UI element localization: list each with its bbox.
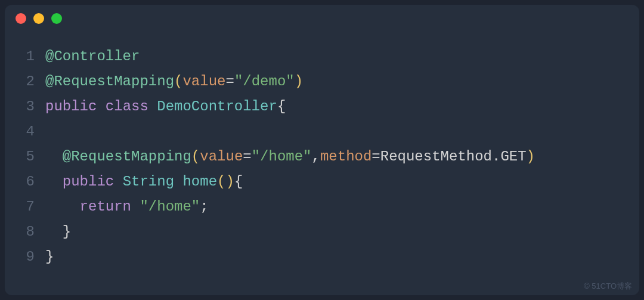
line-number: 8 xyxy=(11,219,35,245)
comma-token: , xyxy=(312,144,320,169)
code-line: 6 public String home(){ xyxy=(11,169,621,194)
dot-token: . xyxy=(492,144,500,169)
operator-token: = xyxy=(225,69,234,94)
annotation-token: @RequestMapping xyxy=(63,144,191,169)
code-line: 1@Controller xyxy=(11,44,621,69)
line-number: 3 xyxy=(11,94,35,119)
code-line: 9} xyxy=(11,245,621,270)
maximize-icon[interactable] xyxy=(51,13,62,24)
identifier-token: RequestMethod xyxy=(380,144,492,169)
string-token: "/demo" xyxy=(234,69,295,94)
paren-token: ( xyxy=(174,69,182,94)
param-token: value xyxy=(182,69,225,94)
brace-token: { xyxy=(277,94,286,119)
class-token: DemoController xyxy=(157,94,277,119)
type-token: String xyxy=(123,169,174,194)
line-number: 4 xyxy=(11,119,35,144)
code-line: 5 @RequestMapping(value="/home",method=R… xyxy=(11,144,621,169)
code-window: 1@Controller 2@RequestMapping(value="/de… xyxy=(5,5,639,295)
line-number: 9 xyxy=(11,245,35,270)
line-number: 6 xyxy=(11,169,35,194)
watermark-text: © 51CTO博客 xyxy=(584,281,632,292)
line-number: 2 xyxy=(11,69,35,94)
window-titlebar xyxy=(5,5,639,32)
line-number: 5 xyxy=(11,144,35,169)
param-token: method xyxy=(320,144,371,169)
minimize-icon[interactable] xyxy=(33,13,44,24)
line-number: 7 xyxy=(11,194,35,219)
paren-token: ) xyxy=(295,69,303,94)
paren-token: ) xyxy=(527,144,535,169)
line-number: 1 xyxy=(11,44,35,69)
annotation-token: @RequestMapping xyxy=(45,69,174,94)
paren-token: ( xyxy=(217,169,225,194)
code-line: 8 } xyxy=(11,219,621,245)
string-token: "/home" xyxy=(140,194,200,219)
param-token: value xyxy=(200,144,243,169)
keyword-token: public xyxy=(63,169,114,194)
close-icon[interactable] xyxy=(16,13,26,24)
paren-token: ( xyxy=(191,144,200,169)
code-line: 4 xyxy=(11,119,621,144)
brace-token: { xyxy=(234,169,243,194)
paren-token: ) xyxy=(225,169,234,194)
method-token: home xyxy=(182,169,217,194)
semicolon-token: ; xyxy=(200,194,208,219)
code-editor[interactable]: 1@Controller 2@RequestMapping(value="/de… xyxy=(5,32,639,282)
string-token: "/home" xyxy=(252,144,312,169)
brace-token: } xyxy=(63,219,71,245)
code-line: 3public class DemoController{ xyxy=(11,94,621,119)
brace-token: } xyxy=(45,245,54,270)
code-line: 7 return "/home"; xyxy=(11,194,621,219)
keyword-token: public xyxy=(45,94,97,119)
identifier-token: GET xyxy=(500,144,526,169)
operator-token: = xyxy=(371,144,380,169)
keyword-token: return xyxy=(80,194,131,219)
code-line: 2@RequestMapping(value="/demo") xyxy=(11,69,621,94)
operator-token: = xyxy=(243,144,251,169)
keyword-token: class xyxy=(106,94,148,119)
annotation-token: @Controller xyxy=(45,44,140,69)
